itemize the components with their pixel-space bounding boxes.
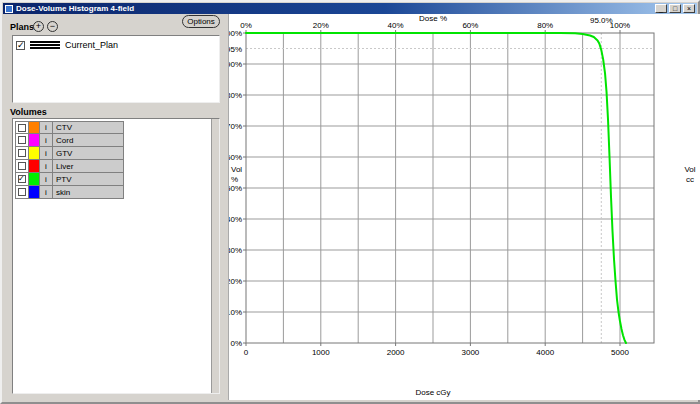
title-bar[interactable]: Dose-Volume Histogram 4-field _ □ ×	[3, 3, 697, 14]
top-tick-label: 60%	[462, 21, 478, 30]
left-tick-label: 30%	[229, 246, 242, 255]
dvh-chart: 0%20%40%60%80%100%95.0%Dose %01000200030…	[229, 14, 700, 400]
left-tick-label: 0%	[230, 339, 242, 348]
reference-dose-label: 95.0%	[590, 16, 613, 25]
volume-name: Liver	[52, 159, 124, 173]
volume-info-button[interactable]: i	[39, 185, 53, 199]
left-tick-label: 20%	[229, 277, 242, 286]
left-tick-label: 80%	[229, 91, 242, 100]
left-tick-label: 100%	[229, 29, 242, 38]
minimize-button[interactable]: _	[655, 4, 667, 13]
volume-info-button[interactable]: i	[39, 146, 53, 160]
volume-checkbox-ctv[interactable]	[18, 124, 26, 132]
bottom-tick-label: 3000	[462, 348, 480, 357]
plan-line-swatch	[30, 41, 60, 49]
top-tick-label: 80%	[537, 21, 553, 30]
left-tick-label: 40%	[229, 215, 242, 224]
volume-row-skin[interactable]: iskin	[15, 186, 124, 199]
bottom-tick-label: 1000	[312, 348, 330, 357]
options-button[interactable]: Options	[182, 15, 220, 28]
volumes-list: iCTViCordiGTViLiveriPTViskin	[12, 118, 220, 394]
left-tick-label: 10%	[229, 308, 242, 317]
bottom-tick-label: 0	[244, 348, 249, 357]
right-axis-title: cc	[686, 175, 694, 184]
plans-list: Current_Plan	[12, 35, 220, 103]
top-tick-label: 100%	[610, 21, 630, 30]
bottom-tick-label: 2000	[387, 348, 405, 357]
top-tick-label: 20%	[313, 21, 329, 30]
left-tick-label: 70%	[229, 122, 242, 131]
plan-row[interactable]: Current_Plan	[13, 36, 219, 50]
volume-checkbox-skin[interactable]	[18, 188, 26, 196]
volume-info-button[interactable]: i	[39, 133, 53, 147]
plans-section-label: Plans	[10, 22, 34, 32]
plan-name: Current_Plan	[65, 40, 118, 50]
volume-info-button[interactable]: i	[39, 172, 53, 186]
left-tick-label: 50%	[229, 184, 242, 193]
left-axis-title: Vol	[231, 165, 242, 174]
volume-checkbox-ptv[interactable]	[18, 175, 26, 183]
add-plan-button[interactable]: +	[33, 21, 44, 32]
maximize-button[interactable]: □	[669, 4, 681, 13]
dvh-chart-panel: 0%20%40%60%80%100%95.0%Dose %01000200030…	[228, 14, 700, 400]
bottom-tick-label: 4000	[536, 348, 554, 357]
volume-name: skin	[52, 185, 124, 199]
top-tick-label: 40%	[388, 21, 404, 30]
reference-volume-label: 95%	[229, 45, 242, 54]
volume-checkbox-cord[interactable]	[18, 136, 26, 144]
left-tick-label: 60%	[229, 153, 242, 162]
left-tick-label: 90%	[229, 60, 242, 69]
volumes-section-label: Volumes	[10, 107, 47, 117]
volume-info-button[interactable]: i	[39, 159, 53, 173]
plan-checkbox[interactable]	[16, 41, 25, 50]
dvh-window: Dose-Volume Histogram 4-field _ □ × Opti…	[0, 0, 700, 404]
volumes-scrollbar[interactable]	[211, 119, 219, 393]
volume-name: GTV	[52, 146, 124, 160]
app-icon	[5, 5, 13, 13]
volume-checkbox-liver[interactable]	[18, 162, 26, 170]
bottom-axis-title: Dose cGy	[415, 388, 450, 397]
volume-name: PTV	[52, 172, 124, 186]
right-axis-title: Vol	[684, 165, 695, 174]
remove-plan-button[interactable]: −	[47, 21, 58, 32]
volumes-table: iCTViCordiGTViLiveriPTViskin	[15, 121, 124, 199]
top-axis-title: Dose %	[419, 14, 447, 23]
volume-checkbox-gtv[interactable]	[18, 149, 26, 157]
bottom-tick-label: 5000	[611, 348, 629, 357]
volume-name: Cord	[52, 133, 124, 147]
close-button[interactable]: ×	[683, 4, 695, 13]
left-axis-title: %	[231, 175, 238, 184]
window-title: Dose-Volume Histogram 4-field	[16, 4, 134, 13]
